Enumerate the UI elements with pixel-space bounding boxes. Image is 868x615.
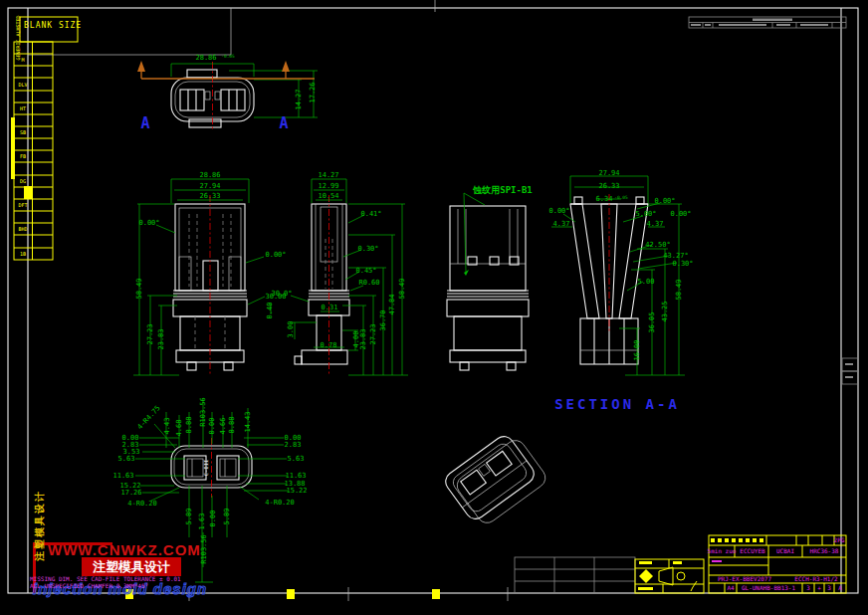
bom-grid: [515, 557, 635, 593]
isometric-view: [442, 429, 549, 531]
projection-symbol: [659, 567, 685, 585]
note-tolerance: MISSING DIM. SEE CAD-FILE TOLERANCE ± 0.…: [30, 575, 181, 582]
section-view: [551, 176, 685, 375]
drawing-canvas: .sw{fill:none;stroke:#f0f0f0;stroke-widt…: [0, 0, 868, 615]
vertical-watermark: 注塑模具设计: [35, 490, 45, 561]
section-title: SECTION A-A: [554, 396, 680, 412]
top-view: [137, 61, 318, 131]
blank-size-table: [14, 17, 78, 260]
drawing-frame: [8, 0, 858, 601]
title-block: [635, 535, 846, 593]
watermark-cn: 注塑模具设计: [82, 557, 181, 576]
note-chamfer: ALL UNSPECIFIED CHAMFER 0.3MM*45°: [30, 582, 148, 589]
side-view: [291, 179, 408, 376]
drawing-linework: .sw{fill:none;stroke:#f0f0f0;stroke-widt…: [0, 0, 868, 615]
front-view: [133, 179, 271, 376]
margin-side-note: GENERIC ALMSTED: [16, 15, 21, 60]
blank-size-label: BLANK SIZE: [24, 21, 82, 30]
diamond-symbol: [639, 569, 653, 583]
surface-finish-symbol: [691, 581, 697, 591]
texture-note: 蚀纹用SPI-B1: [473, 186, 533, 195]
rear-view: [447, 193, 529, 370]
watermark-url: WWW.CNWKZ.COM: [48, 541, 201, 558]
revision-table: [689, 17, 846, 28]
